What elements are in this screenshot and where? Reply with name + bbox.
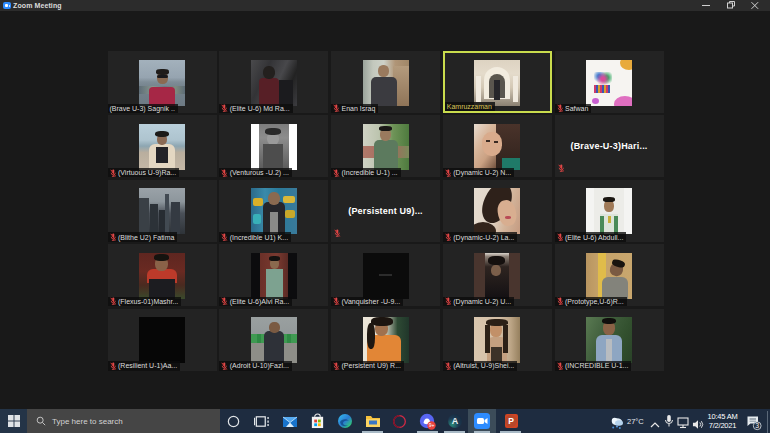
svg-text:3: 3 xyxy=(755,422,759,429)
svg-text:P: P xyxy=(508,416,514,426)
svg-text:9+: 9+ xyxy=(429,422,435,428)
svg-text:A: A xyxy=(451,416,458,426)
